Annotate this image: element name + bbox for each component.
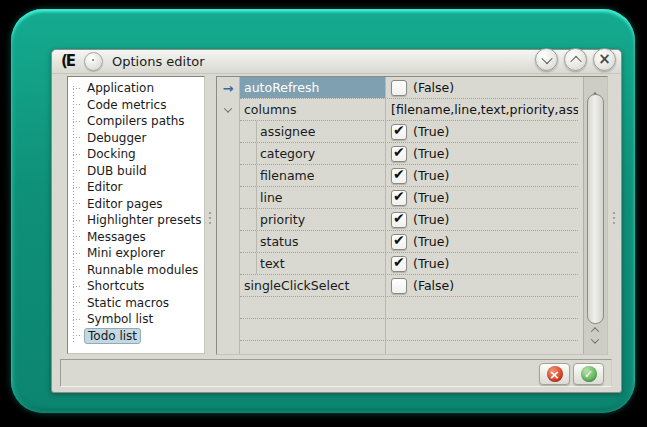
property-row[interactable]: filename✔(True) bbox=[240, 165, 578, 187]
sidebar-item[interactable]: Compilers paths bbox=[73, 113, 204, 130]
close-x-icon: × bbox=[598, 52, 611, 67]
minimize-button[interactable] bbox=[535, 48, 558, 71]
empty-value-cell bbox=[386, 297, 578, 318]
tree-connector bbox=[73, 88, 81, 89]
tree-connector bbox=[73, 220, 81, 221]
check-icon: ✔ bbox=[393, 210, 405, 226]
sidebar-item-label: Runnable modules bbox=[84, 262, 201, 278]
sidebar-item[interactable]: Editor bbox=[73, 179, 204, 196]
checkbox-checked[interactable]: ✔ bbox=[391, 234, 407, 250]
vertical-scrollbar[interactable] bbox=[583, 77, 608, 354]
empty-row bbox=[240, 319, 578, 341]
checkbox-checked[interactable]: ✔ bbox=[391, 190, 407, 206]
property-value-cell[interactable]: ✔(True) bbox=[386, 253, 578, 274]
property-name-cell[interactable]: singleClickSelect bbox=[240, 275, 386, 296]
maximize-button[interactable] bbox=[564, 48, 587, 71]
property-value-text: (True) bbox=[413, 256, 449, 271]
property-name-cell[interactable]: filename bbox=[256, 165, 386, 186]
sidebar-item[interactable]: Highlighter presets bbox=[73, 212, 204, 229]
checkbox-checked[interactable]: ✔ bbox=[391, 168, 407, 184]
tree-connector bbox=[73, 286, 81, 287]
right-splitter-handle[interactable] bbox=[613, 212, 615, 224]
property-name-cell[interactable]: priority bbox=[256, 209, 386, 230]
sidebar-item-label: Debugger bbox=[84, 130, 149, 146]
sidebar-item[interactable]: Messages bbox=[73, 229, 204, 246]
property-name-cell[interactable]: status bbox=[256, 231, 386, 252]
property-row[interactable]: priority✔(True) bbox=[240, 209, 578, 231]
scroll-down-icon[interactable] bbox=[592, 329, 598, 348]
sidebar-item[interactable]: Runnable modules bbox=[73, 262, 204, 279]
property-name-cell[interactable]: columns bbox=[240, 99, 386, 120]
checkbox-unchecked[interactable] bbox=[391, 80, 407, 96]
sidebar-item-label: Shortcuts bbox=[84, 278, 147, 294]
sidebar-item[interactable]: Docking bbox=[73, 146, 204, 163]
property-value-cell[interactable]: ✔(True) bbox=[386, 187, 578, 208]
property-value-cell[interactable]: [filename,line,text,priority,assigne bbox=[386, 99, 578, 120]
checkbox-checked[interactable]: ✔ bbox=[391, 124, 407, 140]
sidebar-item-label: Static macros bbox=[84, 295, 172, 311]
sidebar-item-label: Application bbox=[84, 80, 157, 96]
tree-connector bbox=[73, 269, 81, 270]
property-name-cell[interactable]: category bbox=[256, 143, 386, 164]
sidebar-item[interactable]: DUB build bbox=[73, 163, 204, 180]
checkbox-checked[interactable]: ✔ bbox=[391, 256, 407, 272]
property-name-cell[interactable]: line bbox=[256, 187, 386, 208]
sidebar-item[interactable]: Editor pages bbox=[73, 196, 204, 213]
property-value-cell[interactable]: (False) bbox=[386, 77, 578, 98]
categories-tree[interactable]: ApplicationCode metricsCompilers pathsDe… bbox=[67, 76, 205, 354]
ok-check-icon: ✓ bbox=[581, 366, 597, 382]
sidebar-item[interactable]: Code metrics bbox=[73, 97, 204, 114]
collapse-chevron-icon[interactable] bbox=[217, 99, 239, 121]
property-value-cell[interactable]: ✔(True) bbox=[386, 231, 578, 252]
check-icon: ✔ bbox=[393, 254, 405, 270]
sidebar-item[interactable]: Shortcuts bbox=[73, 278, 204, 295]
property-value-text: [filename,line,text,priority,assigne bbox=[391, 102, 578, 117]
property-name-cell[interactable]: assignee bbox=[256, 121, 386, 142]
property-value-cell[interactable]: ✔(True) bbox=[386, 209, 578, 230]
property-value-cell[interactable]: ✔(True) bbox=[386, 165, 578, 186]
sidebar-item-label: Docking bbox=[84, 146, 139, 162]
empty-value-cell bbox=[386, 319, 578, 340]
checkbox-unchecked[interactable] bbox=[391, 278, 407, 294]
property-grid[interactable]: → autoRefresh(False)columns[filename,lin… bbox=[216, 76, 608, 355]
sidebar-item-label: Editor bbox=[84, 179, 126, 195]
selected-row-arrow-icon: → bbox=[217, 77, 239, 99]
property-value-text: (True) bbox=[413, 146, 449, 161]
close-button[interactable]: × bbox=[593, 48, 616, 71]
titlebar[interactable]: (E Options editor × bbox=[52, 50, 621, 74]
property-row[interactable]: line✔(True) bbox=[240, 187, 578, 209]
cancel-button[interactable]: × bbox=[539, 363, 570, 385]
checkbox-checked[interactable]: ✔ bbox=[391, 146, 407, 162]
tree-connector bbox=[73, 104, 81, 105]
property-value-cell[interactable]: ✔(True) bbox=[386, 121, 578, 142]
sidebar-item[interactable]: Symbol list bbox=[73, 311, 204, 328]
property-row[interactable]: columns[filename,line,text,priority,assi… bbox=[240, 99, 578, 121]
property-name-cell[interactable]: text bbox=[256, 253, 386, 274]
empty-name-cell bbox=[240, 319, 386, 340]
property-row[interactable]: text✔(True) bbox=[240, 253, 578, 275]
property-row[interactable]: category✔(True) bbox=[240, 143, 578, 165]
checkbox-checked[interactable]: ✔ bbox=[391, 212, 407, 228]
ok-button[interactable]: ✓ bbox=[573, 363, 604, 385]
property-value-cell[interactable]: (False) bbox=[386, 275, 578, 296]
sidebar-item[interactable]: Static macros bbox=[73, 295, 204, 312]
property-row[interactable]: status✔(True) bbox=[240, 231, 578, 253]
property-value-text: (True) bbox=[413, 234, 449, 249]
sidebar-item[interactable]: Application bbox=[73, 80, 204, 97]
splitter-handle[interactable] bbox=[209, 212, 211, 224]
property-row[interactable]: assignee✔(True) bbox=[240, 121, 578, 143]
property-value-text: (False) bbox=[413, 278, 454, 293]
window-menu-button[interactable] bbox=[84, 52, 103, 71]
sidebar-item[interactable]: Debugger bbox=[73, 130, 204, 147]
property-row[interactable]: autoRefresh(False) bbox=[240, 77, 578, 99]
coedit-logo-icon: (E bbox=[61, 52, 74, 70]
property-row[interactable]: singleClickSelect(False) bbox=[240, 275, 578, 297]
sidebar-item-label: Symbol list bbox=[84, 311, 156, 327]
sidebar-item[interactable]: Mini explorer bbox=[73, 245, 204, 262]
scrollbar-thumb[interactable] bbox=[587, 94, 604, 324]
sidebar-item-label: Messages bbox=[84, 229, 149, 245]
sidebar-item[interactable]: Todo list bbox=[73, 328, 204, 345]
tree-connector bbox=[73, 121, 81, 122]
property-value-cell[interactable]: ✔(True) bbox=[386, 143, 578, 164]
property-name-cell[interactable]: autoRefresh bbox=[240, 77, 386, 98]
